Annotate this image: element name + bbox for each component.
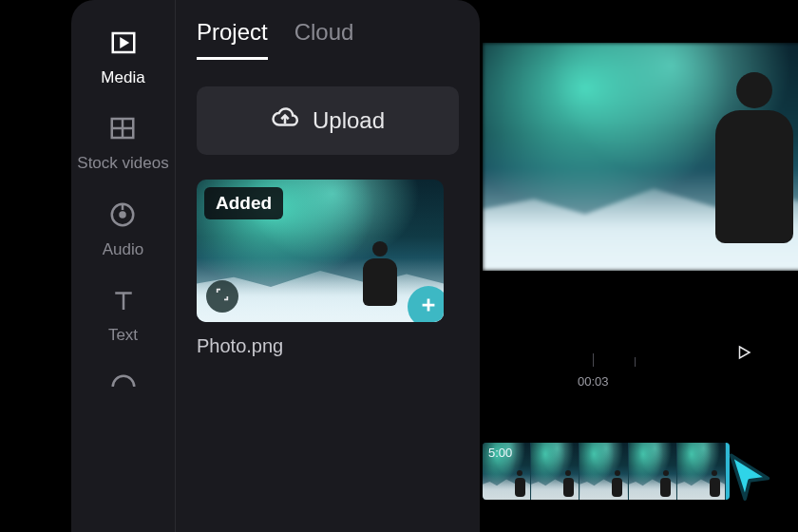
panel-tabs: Project Cloud	[197, 19, 459, 60]
add-to-timeline-button[interactable]	[408, 286, 444, 322]
disc-icon	[108, 200, 137, 233]
media-panel: Project Cloud Upload Added	[176, 0, 480, 532]
upload-label: Upload	[313, 107, 385, 134]
grid-icon	[108, 114, 137, 146]
svg-point-6	[121, 212, 125, 217]
expand-button[interactable]	[206, 280, 238, 313]
sidebar-item-media[interactable]: Media	[101, 28, 144, 87]
plus-icon	[418, 294, 439, 319]
sidebar-label: Stock videos	[77, 154, 168, 173]
timeline-ruler[interactable]: 00:03	[483, 323, 798, 390]
cloud-upload-icon	[271, 104, 299, 138]
sidebar-label: Audio	[103, 240, 143, 259]
asset-filename: Photo.png	[197, 335, 444, 357]
editor-panel: Media Stock videos Audio Text	[71, 0, 480, 532]
added-badge: Added	[204, 187, 283, 219]
tab-cloud[interactable]: Cloud	[294, 19, 354, 60]
globe-icon	[109, 372, 138, 405]
sidebar-item-audio[interactable]: Audio	[103, 200, 143, 259]
timeline-tick: 00:03	[578, 374, 609, 389]
sidebar-item-text[interactable]: Text	[108, 286, 138, 345]
media-asset: Added Photo.png	[197, 180, 444, 357]
upload-button[interactable]: Upload	[197, 86, 459, 155]
expand-icon	[215, 287, 230, 306]
cursor-icon	[722, 448, 777, 504]
preview-viewport	[483, 43, 798, 271]
tab-project[interactable]: Project	[197, 19, 268, 60]
timeline-clip[interactable]: 5:00	[483, 443, 730, 500]
sidebar-label: Media	[101, 68, 144, 87]
media-icon	[109, 28, 138, 61]
sidebar-item-more[interactable]	[109, 372, 138, 405]
svg-marker-1	[121, 39, 126, 47]
sidebar-item-stock-videos[interactable]: Stock videos	[77, 114, 168, 173]
text-icon	[109, 286, 138, 318]
clip-duration: 5:00	[488, 446, 512, 460]
sidebar-label: Text	[108, 326, 138, 345]
asset-thumbnail[interactable]: Added	[197, 180, 444, 322]
sidebar: Media Stock videos Audio Text	[71, 0, 176, 532]
play-icon[interactable]	[735, 344, 752, 365]
svg-marker-13	[740, 347, 750, 358]
